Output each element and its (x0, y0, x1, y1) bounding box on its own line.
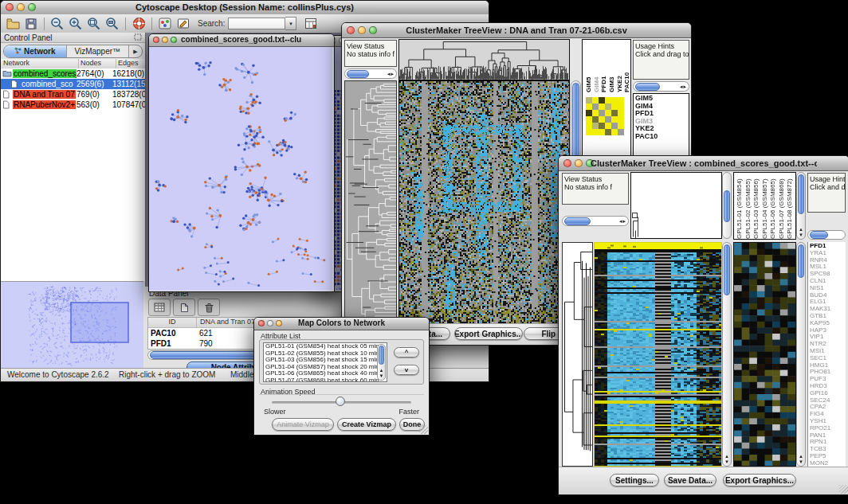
left-dendrogram[interactable] (562, 242, 593, 467)
scrollbar-thumb[interactable] (635, 83, 660, 91)
export-graphics-button[interactable]: Export Graphics... (454, 327, 523, 340)
top-dendrogram[interactable] (630, 172, 722, 239)
minimize-button[interactable] (162, 37, 168, 43)
heatmap-view[interactable] (594, 242, 722, 467)
main-titlebar[interactable]: Cytoscape Desktop (Session Name: collins… (1, 1, 489, 15)
save-session-icon[interactable] (22, 16, 40, 31)
column-label[interactable]: YKE2 (616, 45, 623, 92)
column-label[interactable]: PAC10 (623, 45, 630, 92)
heatmap-scrollbar[interactable]: ▲▼ (722, 242, 732, 467)
create-vizmap-button[interactable]: Create Vizmap (337, 418, 396, 431)
network-titlebar[interactable]: combined_scores_good.txt--cluste... (149, 34, 334, 47)
view-status-scrollbar[interactable]: ◂▸ (344, 68, 397, 79)
network-canvas[interactable] (149, 47, 332, 291)
scrollbar-thumb[interactable] (798, 244, 804, 278)
scrollbar-thumb[interactable] (724, 244, 730, 295)
close-button[interactable] (258, 320, 265, 326)
help-lifesaver-icon[interactable] (130, 16, 147, 31)
search-dropdown-icon[interactable]: ▼ (285, 17, 296, 30)
gene-label[interactable]: PAC10 (634, 133, 689, 141)
summary-matrix[interactable] (586, 97, 624, 135)
search-label: Search: (198, 19, 225, 28)
scrollbar-thumb[interactable] (724, 190, 730, 222)
column-label[interactable]: GPL51-07 (GSM868) (778, 175, 786, 239)
network-row[interactable]: combined_scores_2764(0)16218(0) (1, 68, 145, 79)
delete-attribute-icon[interactable] (198, 299, 220, 316)
minimize-button[interactable] (575, 159, 583, 167)
column-label[interactable]: GPL51-01 (GSM854) (736, 175, 744, 239)
zoom-out-icon[interactable] (49, 16, 66, 31)
scrollbar-thumb[interactable] (379, 346, 384, 365)
top-dendrogram-scrollbar[interactable] (722, 172, 732, 239)
column-label[interactable]: GIM3 (608, 45, 615, 92)
close-button[interactable] (6, 3, 14, 11)
top-dendrogram[interactable] (398, 39, 570, 80)
left-dendrogram[interactable] (344, 80, 397, 324)
scrollbar-thumb[interactable] (572, 83, 579, 164)
open-session-icon[interactable] (4, 16, 22, 31)
search-input[interactable] (228, 18, 285, 29)
zoom-in-icon[interactable] (67, 16, 84, 31)
column-label[interactable]: GIM4 (593, 45, 600, 92)
move-up-button[interactable]: ^ (394, 347, 419, 357)
scrollbar-thumb[interactable] (564, 217, 591, 225)
network-view-window: combined_scores_good.txt--cluste... (148, 33, 335, 292)
tab-network[interactable]: Network (4, 45, 67, 57)
resize-grip[interactable] (839, 485, 848, 494)
scrollbar-thumb[interactable] (810, 231, 828, 239)
zoom-heatmap-scrollbar[interactable]: ▲▼ (796, 242, 806, 467)
view-status-scrollbar[interactable]: ◂▸ (562, 216, 629, 226)
zoom-selected-icon[interactable] (104, 16, 121, 31)
zoom-fit-icon[interactable] (85, 16, 103, 31)
resize-grip[interactable] (419, 425, 428, 434)
column-label[interactable]: GIM5 (585, 45, 592, 92)
tabs-overflow-icon[interactable]: ▶ (129, 45, 142, 57)
attribute-item[interactable]: GPL51-07 (GSM868) heat shock 60 min (264, 377, 387, 383)
report-icon[interactable] (302, 16, 320, 31)
select-attributes-icon[interactable] (148, 299, 171, 316)
settings-button[interactable]: Settings... (610, 474, 659, 486)
maximize-button[interactable] (171, 37, 177, 43)
network-row[interactable]: DNA and Tran 07769(0)183728(0) (1, 89, 145, 100)
save-data-button[interactable]: Save Data... (664, 474, 716, 486)
slider-thumb[interactable] (336, 397, 345, 406)
usage-hints-scrollbar[interactable]: ◂▸ (633, 81, 689, 92)
network-row[interactable]: RNAPuberNov2+563(0)107847(0) (1, 100, 145, 110)
network-row[interactable]: combined_sco2569(6)13112(15) (1, 79, 145, 89)
new-attribute-icon[interactable] (173, 299, 195, 316)
toolbar-separator (44, 18, 45, 30)
column-label[interactable]: GPL51-03 (GSM856) (752, 175, 760, 239)
usage-hints-scrollbar[interactable] (807, 230, 846, 240)
close-button[interactable] (347, 26, 355, 34)
network-overview[interactable] (1, 281, 143, 369)
column-label[interactable]: GPL51-02 (GSM855) (744, 175, 752, 239)
column-label[interactable]: PFD1 (600, 45, 607, 92)
column-label[interactable]: GPL51-08 (GSM872) (786, 175, 794, 239)
scrollbar-thumb[interactable] (347, 70, 369, 78)
close-button[interactable] (153, 37, 159, 43)
export-graphics-button[interactable]: Export Graphics... (723, 474, 796, 486)
minimize-button[interactable] (17, 3, 25, 11)
close-button[interactable] (563, 159, 571, 167)
scrollbar-thumb[interactable] (798, 174, 804, 214)
float-panel-icon[interactable] (134, 33, 142, 42)
tab-vizmapper[interactable]: VizMapper™ (67, 45, 130, 57)
column-label[interactable]: GPL51-06 (GSM865) (769, 175, 777, 239)
attribute-list-scrollbar[interactable]: ▲▼ (377, 344, 386, 381)
column-label[interactable]: GPL51-04 (GSM857) (761, 175, 769, 239)
treeview1-titlebar[interactable]: ClusterMaker TreeView : DNA and Tran 07-… (342, 23, 691, 38)
move-down-button[interactable]: v (394, 365, 419, 375)
gene-label[interactable]: MON2 (808, 460, 846, 467)
treeview2-title: ClusterMaker TreeView : combined_scores_… (591, 158, 817, 168)
maximize-button[interactable] (276, 320, 282, 326)
status-welcome: Welcome to Cytoscape 2.6.2 (7, 370, 109, 379)
treeview2-titlebar[interactable]: ClusterMaker TreeView : combined_scores_… (559, 156, 848, 171)
heatmap-view[interactable] (398, 80, 570, 324)
column-labels-scrollbar[interactable]: ▲▼ (796, 172, 806, 240)
minimize-button[interactable] (267, 320, 273, 326)
vizmapper-icon[interactable] (156, 16, 174, 31)
minimize-button[interactable] (358, 26, 366, 34)
annotation-icon[interactable] (175, 16, 192, 31)
zoom-heatmap[interactable] (733, 242, 796, 467)
dialog-titlebar[interactable]: Map Colors to Network (254, 318, 429, 330)
